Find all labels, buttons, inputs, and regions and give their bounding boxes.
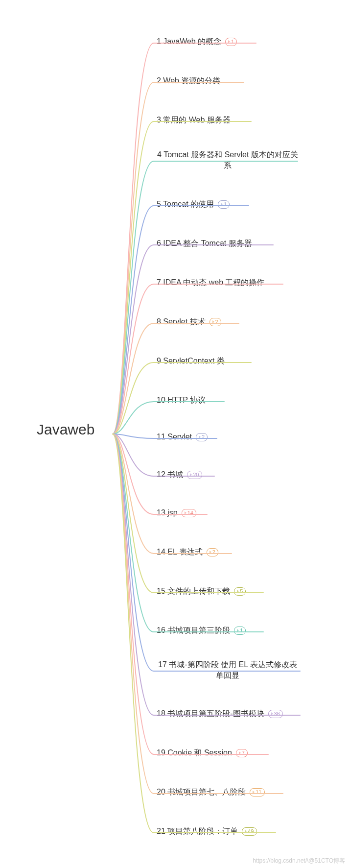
mindmap-node-n9[interactable]: 9 ServletContext 类: [157, 356, 225, 366]
node-label: 15 文件的上传和下载: [157, 586, 230, 597]
mindmap-node-n3[interactable]: 3 常用的 Web 服务器: [157, 115, 231, 125]
node-label: 7 IDEA 中动态 web 工程的操作: [157, 277, 265, 288]
badge-count: 14: [187, 510, 193, 516]
badge-count: 36: [274, 711, 280, 717]
child-count-badge[interactable]: 49: [242, 827, 257, 836]
mindmap-node-n15[interactable]: 15 文件的上传和下载5: [157, 586, 246, 597]
node-label: 12 书城: [157, 469, 183, 480]
node-label: 3 常用的 Web 服务器: [157, 115, 231, 125]
node-label: 21 项目第八阶段：订单: [157, 826, 238, 837]
mindmap-node-n21[interactable]: 21 项目第八阶段：订单49: [157, 826, 257, 837]
node-underline: [154, 553, 232, 554]
badge-count: 2: [202, 434, 205, 440]
mindmap-node-n12[interactable]: 12 书城20: [157, 469, 202, 480]
child-count-badge[interactable]: 2: [207, 548, 218, 556]
node-underline: [154, 401, 225, 402]
node-label: 1 JavaWeb 的概念: [157, 36, 221, 47]
mindmap-node-n20[interactable]: 20 书城项目第七、八阶段11: [157, 787, 265, 797]
node-label: 13 jsp: [157, 507, 178, 518]
node-underline: [154, 592, 264, 593]
node-label: 16 书城项目第三阶段: [157, 625, 230, 636]
node-underline: [154, 476, 215, 477]
node-underline: [154, 323, 239, 324]
mindmap-node-n2[interactable]: 2 Web 资源的分类: [157, 75, 220, 86]
mindmap-node-n16[interactable]: 16 书城项目第三阶段1: [157, 625, 246, 636]
node-underline: [154, 161, 298, 162]
root-label-text: Javaweb: [37, 421, 94, 437]
child-count-badge[interactable]: 2: [196, 433, 208, 441]
node-label: 18 书城项目第五阶段-图书模块: [157, 708, 264, 719]
mindmap-node-n6[interactable]: 6 IDEA 整合 Tomcat 服务器: [157, 238, 252, 249]
mindmap-node-n7[interactable]: 7 IDEA 中动态 web 工程的操作: [157, 277, 265, 288]
node-underline: [154, 284, 283, 285]
node-label: 5 Tomcat 的使用: [157, 199, 214, 210]
badge-count: 7: [242, 750, 245, 756]
child-count-badge[interactable]: 2: [210, 318, 221, 326]
node-underline: [154, 438, 217, 439]
child-count-badge[interactable]: 1: [234, 627, 246, 635]
child-count-badge[interactable]: 7: [236, 749, 248, 757]
mindmap-node-n8[interactable]: 8 Servlet 技术2: [157, 316, 221, 327]
node-underline: [154, 631, 264, 632]
child-count-badge[interactable]: 36: [268, 710, 283, 718]
node-label: 14 EL 表达式: [157, 547, 203, 557]
mindmap-node-n1[interactable]: 1 JavaWeb 的概念1: [157, 36, 237, 47]
node-underline: [154, 832, 276, 833]
badge-count: 49: [248, 828, 254, 834]
badge-count: 11: [256, 789, 261, 795]
node-underline: [154, 244, 274, 245]
badge-count: 20: [193, 472, 199, 478]
mindmap-node-n14[interactable]: 14 EL 表达式2: [157, 547, 218, 557]
child-count-badge[interactable]: 1: [225, 38, 237, 46]
mindmap-node-n19[interactable]: 19 Cookie 和 Session7: [157, 747, 248, 758]
mindmap-node-n10[interactable]: 10 HTTP 协议: [157, 395, 206, 406]
badge-count: 2: [215, 319, 218, 325]
badge-count: 5: [240, 588, 243, 594]
node-label: 11 Servlet: [157, 432, 192, 442]
child-count-badge[interactable]: 20: [187, 471, 202, 479]
root-node[interactable]: Javaweb: [37, 421, 94, 438]
node-label: 9 ServletContext 类: [157, 356, 225, 366]
node-label: 6 IDEA 整合 Tomcat 服务器: [157, 238, 252, 249]
mindmap-node-n11[interactable]: 11 Servlet2: [157, 432, 208, 442]
node-underline: [154, 82, 244, 83]
node-label: 10 HTTP 协议: [157, 395, 206, 406]
watermark-text: https://blog.csdn.net/\@51CTO博客: [253, 857, 345, 865]
mindmap-node-n13[interactable]: 13 jsp14: [157, 507, 196, 518]
node-underline: [154, 362, 252, 363]
node-underline: [154, 793, 283, 794]
node-underline: [154, 121, 252, 122]
badge-count: 1: [231, 39, 234, 45]
node-label: 20 书城项目第七、八阶段: [157, 787, 246, 797]
node-underline: [154, 205, 249, 206]
child-count-badge[interactable]: 14: [182, 509, 196, 517]
node-label: 2 Web 资源的分类: [157, 75, 220, 86]
node-label: 8 Servlet 技术: [157, 316, 206, 327]
mindmap-node-n5[interactable]: 5 Tomcat 的使用1: [157, 199, 230, 210]
child-count-badge[interactable]: 11: [250, 788, 264, 796]
badge-count: 1: [240, 627, 243, 633]
node-underline: [154, 715, 301, 716]
mindmap-node-n18[interactable]: 18 书城项目第五阶段-图书模块36: [157, 708, 283, 719]
node-underline: [154, 671, 301, 672]
badge-count: 1: [224, 201, 227, 207]
node-label: 19 Cookie 和 Session: [157, 747, 232, 758]
node-underline: [154, 514, 208, 515]
child-count-badge[interactable]: 1: [218, 200, 230, 209]
node-underline: [154, 43, 257, 44]
child-count-badge[interactable]: 5: [234, 587, 246, 596]
node-underline: [154, 754, 269, 755]
badge-count: 2: [212, 549, 215, 555]
